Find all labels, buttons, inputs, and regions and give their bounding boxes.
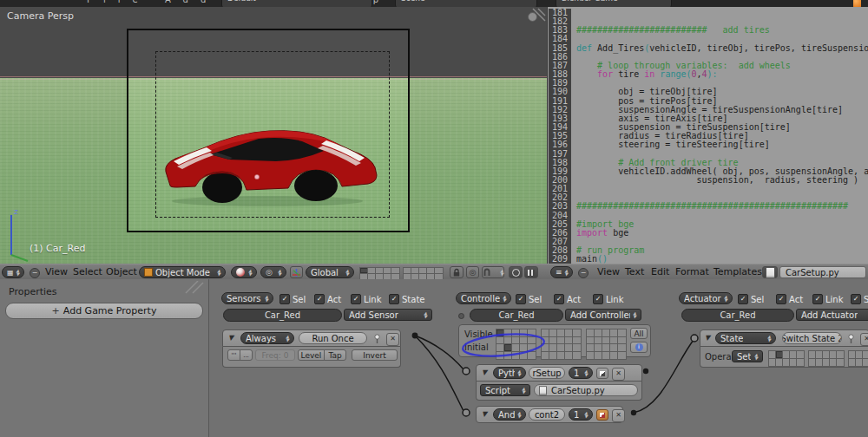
proportional-edit-button[interactable]: ◎	[466, 266, 479, 278]
menu-view[interactable]: View	[45, 266, 68, 277]
manipulator-toggle-button[interactable]	[290, 266, 303, 278]
add-game-property-button[interactable]: +Add Game Property	[5, 303, 203, 319]
snap-dropdown[interactable]	[482, 266, 504, 278]
operation-dropdown[interactable]: Set	[732, 350, 763, 362]
sensor-type-dropdown[interactable]: Always	[240, 332, 294, 344]
actuators-filter-act[interactable]: ✓Act	[776, 294, 803, 304]
controllers-filter-sel[interactable]: ✓Sel	[516, 294, 542, 304]
script-mode-dropdown[interactable]: Script	[480, 384, 530, 396]
editor-type-button[interactable]: ▦	[2, 266, 24, 278]
logic-editor[interactable]: Properties +Add Game Property Sensors ✓S…	[0, 279, 868, 437]
layer-grid-2[interactable]	[403, 267, 442, 279]
sensors-filter-link[interactable]: ✓Link	[351, 294, 381, 304]
editor-type-button[interactable]: ≡	[550, 266, 573, 278]
mark-toggle-button[interactable]	[596, 409, 608, 421]
actuator-name-field[interactable]: Switch State 2	[782, 332, 842, 344]
actuators-object-name[interactable]: Car_Red	[681, 309, 794, 322]
collapse-triangle-icon[interactable]: ▼	[705, 334, 710, 342]
pulse-true-button[interactable]: '''	[227, 349, 240, 361]
debug-toggle-button[interactable]	[596, 368, 608, 379]
grid-cell[interactable]	[862, 358, 868, 367]
collapse-triangle-icon[interactable]: ▼	[482, 410, 487, 418]
menu-object[interactable]: Object	[106, 266, 137, 277]
menu-format[interactable]: Format	[675, 266, 709, 277]
delete-actuator-button[interactable]: ✕	[860, 333, 868, 346]
layer-grid-1[interactable]	[359, 267, 398, 279]
sensors-filter-sel[interactable]: ✓Sel	[279, 294, 306, 304]
invert-button[interactable]: Invert	[352, 349, 398, 361]
initial-state-grid-3[interactable]	[586, 343, 625, 359]
manipulator-center-icon[interactable]	[528, 12, 537, 22]
level-button[interactable]: Level	[298, 349, 325, 361]
collapse-menus-button[interactable]: −	[578, 268, 589, 278]
menu-edit[interactable]: Edit	[651, 266, 669, 277]
render-still-button[interactable]	[509, 266, 523, 278]
visible-state-grid-3[interactable]	[586, 329, 625, 344]
initial-state-grid-1[interactable]	[496, 343, 535, 359]
grid-cell[interactable]	[572, 351, 582, 360]
actuator-state-grid-2[interactable]	[808, 350, 843, 366]
mode-dropdown[interactable]: Object Mode	[139, 266, 226, 278]
controller-type-dropdown[interactable]: Pyth	[493, 367, 526, 379]
menu-templates[interactable]: Templates	[713, 266, 762, 277]
collapse-triangle-icon[interactable]: ▼	[228, 334, 233, 342]
controller-type-dropdown[interactable]: And	[493, 408, 526, 421]
menu-select[interactable]: Select	[73, 266, 102, 277]
grid-cell[interactable]	[796, 358, 805, 367]
sensors-object-name[interactable]: Car_Red	[223, 309, 342, 322]
actuators-filter-dropdown[interactable]: Actuators	[679, 292, 733, 304]
actuators-filter-state[interactable]: ✓State	[851, 294, 868, 304]
render-anim-button[interactable]	[524, 266, 538, 278]
add-controller-dropdown[interactable]: Add Controller	[565, 309, 641, 321]
and-controller-header[interactable]: ▼ And cont2 1 ✕	[476, 406, 623, 423]
grid-cell[interactable]	[527, 351, 536, 360]
sensors-filter-dropdown[interactable]: Sensors	[221, 292, 273, 304]
pin-icon[interactable]	[846, 334, 856, 344]
initial-state-grid-2[interactable]	[541, 343, 580, 359]
script-datablock-field[interactable]: CarSetup.py	[534, 384, 638, 396]
actuator-type-dropdown[interactable]: State	[715, 332, 776, 344]
controllers-filter-act[interactable]: ✓Act	[554, 294, 581, 304]
sensors-filter-act[interactable]: ✓Act	[314, 294, 341, 304]
actuator-state-grid-1[interactable]	[768, 350, 803, 366]
panel-corner-widget[interactable]	[182, 281, 205, 295]
menu-text[interactable]: Text	[625, 266, 644, 277]
controller-state-dropdown[interactable]: 1	[569, 408, 593, 421]
orientation-dropdown[interactable]: Global	[306, 266, 354, 278]
controller-state-dropdown[interactable]: 1	[569, 367, 593, 379]
add-sensor-dropdown[interactable]: Add Sensor	[344, 309, 432, 321]
python-controller-header[interactable]: ▼ Pyth rSetup 1 ✕	[476, 364, 642, 382]
tap-button[interactable]: Tap	[324, 349, 346, 361]
collapse-triangle-icon[interactable]: ▼	[482, 369, 487, 376]
frequency-slider[interactable]: Freq: 0	[255, 349, 295, 361]
actuators-filter-sel[interactable]: ✓Sel	[738, 294, 764, 304]
grid-cell[interactable]	[836, 358, 845, 367]
pulse-false-button[interactable]: ...	[240, 349, 253, 361]
shading-dropdown[interactable]	[231, 266, 257, 278]
delete-controller-button[interactable]: ✕	[612, 368, 625, 381]
visible-state-grid-2[interactable]	[541, 329, 580, 344]
viewport-3d[interactable]: z Camera Persp (1) Car_Red	[0, 7, 548, 264]
delete-sensor-button[interactable]: ✕	[386, 333, 399, 346]
sensor-name-field[interactable]: Run Once	[299, 332, 367, 344]
text-name-field[interactable]: CarSetup.py	[779, 266, 866, 278]
collapse-menus-button[interactable]: −	[30, 268, 40, 278]
controllers-object-name[interactable]: Car_Red	[470, 309, 563, 322]
sensors-filter-state[interactable]: ✓State	[389, 294, 424, 304]
add-actuator-dropdown[interactable]: Add Actuator	[796, 309, 868, 321]
visible-state-grid-1[interactable]	[496, 329, 535, 344]
controllers-filter-dropdown[interactable]: Controllers	[456, 292, 511, 304]
state-actuator-header[interactable]: ▼ State Switch State 2 ✕	[700, 329, 868, 347]
actuator-state-grid-3[interactable]	[848, 350, 868, 366]
grid-cell[interactable]	[617, 351, 627, 360]
actuators-filter-link[interactable]: ✓Link	[812, 294, 843, 304]
menu-view[interactable]: View	[597, 266, 620, 277]
states-info-button[interactable]: i	[630, 342, 648, 353]
text-editor[interactable]: 181 182 183######################### add…	[547, 7, 868, 264]
delete-controller-button[interactable]: ✕	[612, 409, 625, 422]
lock-button[interactable]	[450, 266, 464, 278]
pin-icon[interactable]	[372, 334, 382, 344]
controller-name-field[interactable]: rSetup	[529, 367, 565, 379]
controllers-filter-link[interactable]: ✓Link	[593, 294, 623, 304]
text-datablock-button[interactable]	[762, 266, 778, 278]
